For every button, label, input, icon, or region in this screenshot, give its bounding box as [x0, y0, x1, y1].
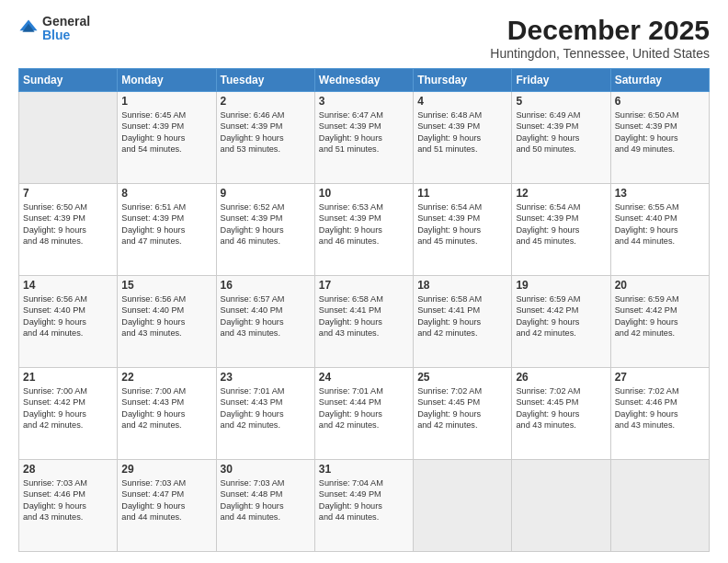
- cell-info: Sunrise: 6:48 AM Sunset: 4:39 PM Dayligh…: [417, 109, 507, 155]
- logo-text: General Blue: [42, 15, 90, 43]
- cell-info: Sunrise: 6:53 AM Sunset: 4:39 PM Dayligh…: [319, 201, 409, 247]
- day-number: 27: [615, 371, 705, 384]
- day-number: 14: [23, 279, 113, 292]
- cell-info: Sunrise: 6:56 AM Sunset: 4:40 PM Dayligh…: [121, 293, 211, 339]
- day-number: 10: [319, 187, 409, 200]
- calendar-day-header: Thursday: [414, 69, 512, 92]
- calendar-header-row: SundayMondayTuesdayWednesdayThursdayFrid…: [19, 69, 710, 92]
- day-number: 15: [121, 279, 211, 292]
- cell-info: Sunrise: 6:50 AM Sunset: 4:39 PM Dayligh…: [23, 201, 113, 247]
- calendar-cell: 31Sunrise: 7:04 AM Sunset: 4:49 PM Dayli…: [314, 460, 413, 552]
- calendar-cell: 23Sunrise: 7:01 AM Sunset: 4:43 PM Dayli…: [216, 368, 314, 460]
- day-number: 30: [221, 463, 311, 476]
- day-number: 19: [516, 279, 606, 292]
- calendar-day-header: Saturday: [610, 69, 709, 92]
- cell-info: Sunrise: 7:03 AM Sunset: 4:46 PM Dayligh…: [23, 477, 113, 523]
- calendar-cell: 16Sunrise: 6:57 AM Sunset: 4:40 PM Dayli…: [216, 276, 314, 368]
- day-number: 26: [516, 371, 606, 384]
- day-number: 7: [23, 187, 113, 200]
- calendar-cell: 3Sunrise: 6:47 AM Sunset: 4:39 PM Daylig…: [314, 92, 413, 184]
- cell-info: Sunrise: 7:04 AM Sunset: 4:49 PM Dayligh…: [319, 477, 409, 523]
- calendar-table: SundayMondayTuesdayWednesdayThursdayFrid…: [18, 68, 710, 552]
- cell-info: Sunrise: 6:55 AM Sunset: 4:40 PM Dayligh…: [615, 201, 705, 247]
- calendar-week-row: 28Sunrise: 7:03 AM Sunset: 4:46 PM Dayli…: [19, 460, 710, 552]
- day-number: 11: [417, 187, 507, 200]
- calendar-cell: 1Sunrise: 6:45 AM Sunset: 4:39 PM Daylig…: [118, 92, 216, 184]
- calendar-cell: 2Sunrise: 6:46 AM Sunset: 4:39 PM Daylig…: [216, 92, 314, 184]
- calendar-week-row: 7Sunrise: 6:50 AM Sunset: 4:39 PM Daylig…: [19, 184, 710, 276]
- day-number: 21: [23, 371, 113, 384]
- calendar-day-header: Monday: [118, 69, 216, 92]
- day-number: 24: [319, 371, 409, 384]
- logo-general-label: General: [42, 15, 90, 29]
- calendar-cell: 7Sunrise: 6:50 AM Sunset: 4:39 PM Daylig…: [19, 184, 118, 276]
- day-number: 20: [615, 279, 705, 292]
- day-number: 6: [615, 95, 705, 108]
- cell-info: Sunrise: 6:58 AM Sunset: 4:41 PM Dayligh…: [319, 293, 409, 339]
- cell-info: Sunrise: 6:59 AM Sunset: 4:42 PM Dayligh…: [615, 293, 705, 339]
- cell-info: Sunrise: 7:02 AM Sunset: 4:45 PM Dayligh…: [417, 385, 507, 431]
- day-number: 25: [417, 371, 507, 384]
- day-number: 28: [23, 463, 113, 476]
- title-block: December 2025 Huntingdon, Tennessee, Uni…: [490, 15, 710, 61]
- subtitle: Huntingdon, Tennessee, United States: [490, 46, 710, 61]
- day-number: 9: [221, 187, 311, 200]
- day-number: 29: [121, 463, 211, 476]
- calendar-cell: [512, 460, 610, 552]
- day-number: 2: [221, 95, 311, 108]
- calendar-cell: 20Sunrise: 6:59 AM Sunset: 4:42 PM Dayli…: [610, 276, 709, 368]
- cell-info: Sunrise: 7:03 AM Sunset: 4:47 PM Dayligh…: [121, 477, 211, 523]
- calendar-cell: [19, 92, 118, 184]
- calendar-cell: 27Sunrise: 7:02 AM Sunset: 4:46 PM Dayli…: [610, 368, 709, 460]
- calendar-cell: 28Sunrise: 7:03 AM Sunset: 4:46 PM Dayli…: [19, 460, 118, 552]
- calendar-cell: 24Sunrise: 7:01 AM Sunset: 4:44 PM Dayli…: [314, 368, 413, 460]
- calendar-day-header: Tuesday: [216, 69, 314, 92]
- logo-icon: [18, 18, 39, 39]
- calendar-cell: 9Sunrise: 6:52 AM Sunset: 4:39 PM Daylig…: [216, 184, 314, 276]
- calendar-cell: 29Sunrise: 7:03 AM Sunset: 4:47 PM Dayli…: [118, 460, 216, 552]
- calendar-cell: 19Sunrise: 6:59 AM Sunset: 4:42 PM Dayli…: [512, 276, 610, 368]
- calendar-cell: 25Sunrise: 7:02 AM Sunset: 4:45 PM Dayli…: [414, 368, 512, 460]
- main-title: December 2025: [490, 15, 710, 46]
- calendar-cell: 30Sunrise: 7:03 AM Sunset: 4:48 PM Dayli…: [216, 460, 314, 552]
- calendar-cell: 4Sunrise: 6:48 AM Sunset: 4:39 PM Daylig…: [414, 92, 512, 184]
- calendar-cell: 6Sunrise: 6:50 AM Sunset: 4:39 PM Daylig…: [610, 92, 709, 184]
- calendar-cell: 15Sunrise: 6:56 AM Sunset: 4:40 PM Dayli…: [118, 276, 216, 368]
- cell-info: Sunrise: 6:50 AM Sunset: 4:39 PM Dayligh…: [615, 109, 705, 155]
- cell-info: Sunrise: 6:46 AM Sunset: 4:39 PM Dayligh…: [221, 109, 311, 155]
- calendar-cell: 10Sunrise: 6:53 AM Sunset: 4:39 PM Dayli…: [314, 184, 413, 276]
- cell-info: Sunrise: 7:01 AM Sunset: 4:44 PM Dayligh…: [319, 385, 409, 431]
- calendar-cell: 12Sunrise: 6:54 AM Sunset: 4:39 PM Dayli…: [512, 184, 610, 276]
- cell-info: Sunrise: 6:51 AM Sunset: 4:39 PM Dayligh…: [121, 201, 211, 247]
- cell-info: Sunrise: 7:00 AM Sunset: 4:43 PM Dayligh…: [121, 385, 211, 431]
- day-number: 17: [319, 279, 409, 292]
- day-number: 3: [319, 95, 409, 108]
- cell-info: Sunrise: 7:01 AM Sunset: 4:43 PM Dayligh…: [221, 385, 311, 431]
- day-number: 16: [221, 279, 311, 292]
- calendar-cell: 8Sunrise: 6:51 AM Sunset: 4:39 PM Daylig…: [118, 184, 216, 276]
- calendar-day-header: Friday: [512, 69, 610, 92]
- cell-info: Sunrise: 6:54 AM Sunset: 4:39 PM Dayligh…: [516, 201, 606, 247]
- cell-info: Sunrise: 6:49 AM Sunset: 4:39 PM Dayligh…: [516, 109, 606, 155]
- day-number: 8: [121, 187, 211, 200]
- calendar-day-header: Wednesday: [314, 69, 413, 92]
- cell-info: Sunrise: 7:02 AM Sunset: 4:45 PM Dayligh…: [516, 385, 606, 431]
- calendar-cell: 14Sunrise: 6:56 AM Sunset: 4:40 PM Dayli…: [19, 276, 118, 368]
- cell-info: Sunrise: 6:52 AM Sunset: 4:39 PM Dayligh…: [221, 201, 311, 247]
- day-number: 1: [121, 95, 211, 108]
- day-number: 12: [516, 187, 606, 200]
- cell-info: Sunrise: 6:57 AM Sunset: 4:40 PM Dayligh…: [221, 293, 311, 339]
- calendar-cell: 11Sunrise: 6:54 AM Sunset: 4:39 PM Dayli…: [414, 184, 512, 276]
- calendar-cell: 26Sunrise: 7:02 AM Sunset: 4:45 PM Dayli…: [512, 368, 610, 460]
- day-number: 13: [615, 187, 705, 200]
- cell-info: Sunrise: 7:00 AM Sunset: 4:42 PM Dayligh…: [23, 385, 113, 431]
- cell-info: Sunrise: 7:03 AM Sunset: 4:48 PM Dayligh…: [221, 477, 311, 523]
- cell-info: Sunrise: 6:45 AM Sunset: 4:39 PM Dayligh…: [121, 109, 211, 155]
- cell-info: Sunrise: 6:58 AM Sunset: 4:41 PM Dayligh…: [417, 293, 507, 339]
- cell-info: Sunrise: 6:59 AM Sunset: 4:42 PM Dayligh…: [516, 293, 606, 339]
- cell-info: Sunrise: 7:02 AM Sunset: 4:46 PM Dayligh…: [615, 385, 705, 431]
- header: General Blue December 2025 Huntingdon, T…: [18, 15, 710, 61]
- cell-info: Sunrise: 6:54 AM Sunset: 4:39 PM Dayligh…: [417, 201, 507, 247]
- day-number: 31: [319, 463, 409, 476]
- logo-blue-label: Blue: [42, 29, 90, 42]
